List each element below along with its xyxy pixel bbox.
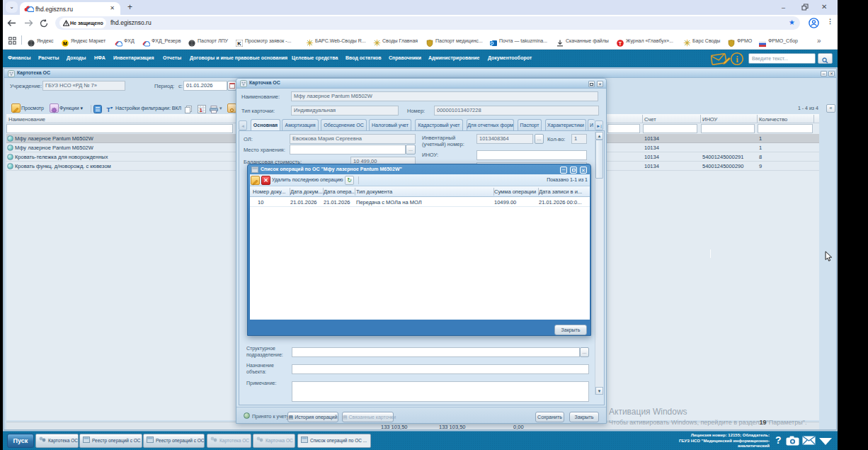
svg-text:M: M	[63, 41, 67, 46]
svg-text:K: K	[237, 40, 241, 47]
svg-text:i: i	[736, 54, 738, 64]
svg-text:T: T	[107, 106, 111, 113]
svg-text:T: T	[619, 41, 622, 46]
svg-text:1: 1	[200, 107, 203, 113]
